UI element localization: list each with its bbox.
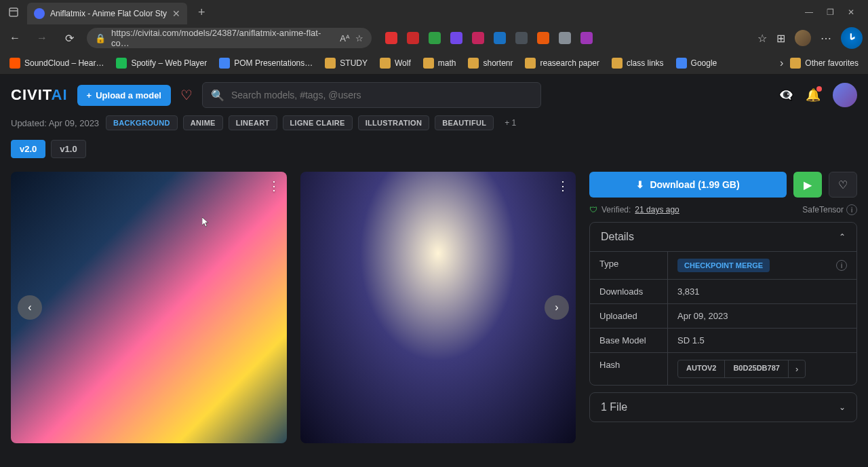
tab-close-icon[interactable]: ✕ — [172, 8, 180, 19]
plus-icon: + — [87, 90, 92, 100]
hash-value[interactable]: B0D25DB787 — [725, 360, 788, 377]
gallery-image-2[interactable]: ⋮ — [300, 172, 576, 443]
verified-date-link[interactable]: 21 days ago — [635, 205, 679, 214]
play-button[interactable]: ▶ — [793, 172, 822, 198]
folder-icon — [790, 58, 801, 69]
ext-icon-9[interactable] — [559, 32, 571, 44]
downloads-value: 3,831 — [668, 280, 856, 303]
user-avatar[interactable] — [833, 83, 857, 107]
bookmark-item[interactable]: math — [423, 58, 456, 69]
uploaded-label: Uploaded — [590, 304, 668, 328]
uploaded-value: Apr 09, 2023 — [668, 304, 856, 328]
bookmarks-overflow-icon[interactable]: › — [780, 57, 783, 69]
bookmark-label: math — [438, 58, 456, 68]
info-icon[interactable]: i — [846, 204, 857, 215]
verified-label: Verified: — [601, 205, 631, 214]
bookmark-item[interactable]: Wolf — [380, 58, 411, 69]
bookmark-favicon — [380, 58, 391, 69]
files-panel-header[interactable]: 1 File ⌄ — [590, 393, 856, 422]
close-window-button[interactable]: ✕ — [848, 7, 854, 17]
bookmark-item[interactable]: reasearch paper — [525, 58, 599, 69]
tab-title: Aniflatmix - Anime Flat Color Sty — [50, 9, 167, 18]
tag-pill[interactable]: ILLUSTRATION — [358, 115, 429, 130]
favorites-heart-icon[interactable]: ♡ — [180, 87, 193, 103]
details-title: Details — [601, 231, 634, 243]
notifications-button[interactable]: 🔔 — [806, 88, 821, 102]
tag-pill[interactable]: LIGNE CLAIRE — [283, 115, 353, 130]
type-badge: CHECKPOINT MERGE — [677, 259, 770, 272]
version-pill[interactable]: v1.0 — [51, 140, 85, 158]
image-menu-icon[interactable]: ⋮ — [557, 179, 569, 193]
minimize-button[interactable]: — — [805, 7, 813, 17]
image-menu-icon[interactable]: ⋮ — [268, 179, 280, 193]
refresh-button[interactable]: ⟳ — [60, 29, 79, 48]
details-panel-header[interactable]: Details ⌃ — [590, 223, 856, 251]
version-pill[interactable]: v2.0 — [11, 140, 45, 158]
svg-rect-0 — [9, 8, 18, 16]
bookmark-item[interactable]: shortenr — [468, 58, 513, 69]
bookmark-label: SoundCloud – Hear… — [24, 58, 104, 68]
bookmark-label: reasearch paper — [540, 58, 599, 68]
ext-icon-2[interactable] — [407, 32, 419, 44]
ext-icon-4[interactable] — [450, 32, 462, 44]
ext-icon-10[interactable] — [580, 32, 593, 44]
tag-pill[interactable]: ANIME — [183, 115, 223, 130]
maximize-button[interactable]: ❐ — [827, 7, 834, 17]
bookmark-item[interactable]: class links — [612, 58, 664, 69]
collections-icon[interactable]: ⊞ — [776, 32, 785, 45]
ext-icon-5[interactable] — [472, 32, 484, 44]
more-tags[interactable]: + 1 — [500, 118, 520, 128]
more-menu-icon[interactable]: ⋯ — [821, 32, 831, 45]
download-icon: ⬇ — [636, 179, 644, 190]
bookmark-label: Google — [691, 58, 717, 68]
bookmark-item[interactable]: Google — [676, 58, 717, 69]
bookmark-item[interactable]: Spotify – Web Player — [116, 58, 207, 69]
url-bar[interactable]: 🔒 https://civitai.com/models/24387/anifl… — [87, 28, 372, 48]
ext-icon-8[interactable] — [537, 32, 549, 44]
bookmark-favicon — [525, 58, 536, 69]
download-button[interactable]: ⬇ Download (1.99 GB) — [589, 172, 787, 198]
forward-button: → — [33, 29, 52, 48]
gallery-next-button[interactable]: › — [545, 295, 569, 320]
browser-tab[interactable]: Aniflatmix - Anime Flat Color Sty ✕ — [27, 3, 187, 24]
visibility-off-icon[interactable]: 👁‍🗨 — [778, 88, 793, 102]
notification-badge — [816, 86, 822, 92]
hash-algo: AUTOV2 — [678, 360, 725, 377]
bookmark-item[interactable]: STUDY — [325, 58, 368, 69]
bing-chat-button[interactable] — [841, 27, 863, 49]
ext-icon-7[interactable] — [515, 32, 528, 44]
favorite-button[interactable]: ♡ — [829, 172, 857, 198]
tag-pill[interactable]: BACKGROUND — [106, 115, 178, 130]
search-box[interactable]: 🔍 — [202, 82, 541, 108]
tab-list-button[interactable] — [5, 4, 22, 20]
ext-icon-6[interactable] — [494, 32, 506, 44]
info-icon[interactable]: i — [836, 260, 847, 271]
base-model-label: Base Model — [590, 329, 668, 352]
url-text: https://civitai.com/models/24387/aniflat… — [111, 28, 334, 48]
tag-pill[interactable]: LINEART — [229, 115, 277, 130]
hash-expand-button[interactable]: › — [789, 360, 805, 377]
bookmark-favicon — [325, 58, 336, 69]
tag-pill[interactable]: BEAUTIFUL — [435, 115, 494, 130]
new-tab-button[interactable]: + — [193, 5, 211, 20]
back-button[interactable]: ← — [5, 29, 24, 48]
favorite-star-icon[interactable]: ☆ — [355, 33, 363, 43]
reader-icon[interactable]: Aᴬ — [340, 33, 350, 43]
ext-icon-1[interactable] — [385, 32, 397, 44]
bookmark-item[interactable]: POM Presentations… — [219, 58, 313, 69]
ext-icon-3[interactable] — [429, 32, 441, 44]
upload-model-button[interactable]: + Upload a model — [77, 85, 171, 106]
other-favorites-folder[interactable]: Other favorites — [790, 58, 859, 69]
chevron-down-icon: ⌄ — [839, 403, 846, 412]
bookmark-label: Spotify – Web Player — [131, 58, 207, 68]
profile-avatar-small[interactable] — [795, 30, 811, 46]
search-input[interactable] — [231, 90, 532, 100]
bookmark-favicon — [676, 58, 687, 69]
chevron-up-icon: ⌃ — [839, 232, 846, 242]
gallery-image-1[interactable]: ⋮ — [11, 172, 287, 443]
gallery-prev-button[interactable]: ‹ — [18, 295, 42, 320]
bookmark-favicon — [468, 58, 479, 69]
site-logo[interactable]: CIVITAI — [11, 86, 68, 104]
favorites-icon[interactable]: ☆ — [757, 32, 767, 45]
bookmark-item[interactable]: SoundCloud – Hear… — [9, 58, 104, 69]
